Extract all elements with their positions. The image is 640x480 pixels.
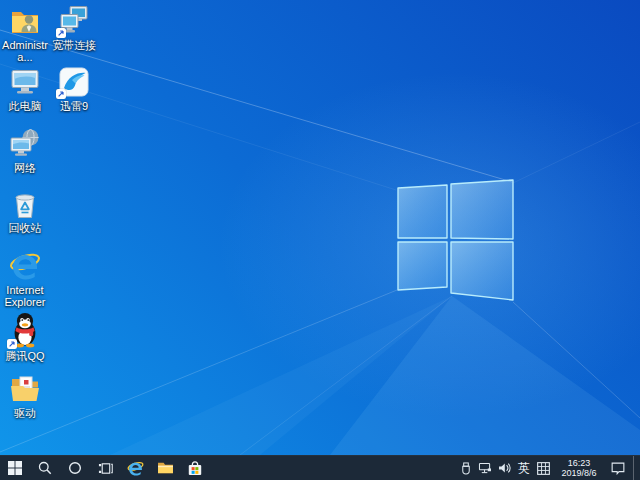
desktop-icon-driver-folder[interactable]: 驱动 xyxy=(0,373,50,419)
search-icon xyxy=(38,461,52,475)
taskbar: 英 16:23 2019/8/6 xyxy=(0,455,640,480)
usb-icon[interactable] xyxy=(459,456,473,480)
system-tray: 英 16:23 2019/8/6 xyxy=(459,456,640,480)
shortcut-arrow-icon xyxy=(56,89,66,99)
administrator-folder-icon xyxy=(9,5,41,37)
internet-explorer-icon xyxy=(9,250,41,282)
desktop-icon-internet-explorer[interactable]: Internet Explorer xyxy=(0,250,50,308)
tray-time: 16:23 xyxy=(568,458,591,469)
desktop-icon-label: 宽带连接 xyxy=(52,39,96,51)
desktop-icon-network[interactable]: 网络 xyxy=(0,128,50,174)
volume-icon[interactable] xyxy=(497,456,512,480)
shortcut-arrow-icon xyxy=(56,28,66,38)
desktop-icon-this-pc[interactable]: 此电脑 xyxy=(0,66,50,112)
desktop-icon-label: 此电脑 xyxy=(9,100,42,112)
wallpaper-windows-logo xyxy=(396,177,516,305)
broadband-connection-icon xyxy=(58,5,90,37)
network-icon[interactable] xyxy=(477,456,493,480)
xunlei-9-icon xyxy=(58,66,90,98)
desktop-icon-label: 回收站 xyxy=(9,222,42,234)
taskbar-file-explorer-button[interactable] xyxy=(150,456,180,480)
cortana-button[interactable] xyxy=(60,456,90,480)
taskbar-buttons xyxy=(0,456,210,480)
desktop-icon-xunlei[interactable]: 迅雷9 xyxy=(49,66,99,112)
taskbar-store-button[interactable] xyxy=(180,456,210,480)
desktop[interactable]: Administra... 宽带连接 xyxy=(0,0,640,455)
task-view-button[interactable] xyxy=(90,456,120,480)
this-pc-icon xyxy=(9,66,41,98)
recycle-bin-icon xyxy=(9,188,41,220)
tencent-qq-icon xyxy=(9,311,41,348)
task-view-icon xyxy=(98,461,113,476)
desktop-icon-broadband[interactable]: 宽带连接 xyxy=(49,5,99,51)
input-language-indicator[interactable]: 英 xyxy=(516,456,532,480)
shortcut-arrow-icon xyxy=(7,339,17,349)
clock[interactable]: 16:23 2019/8/6 xyxy=(555,458,603,479)
windows-logo-icon xyxy=(8,461,22,475)
start-button[interactable] xyxy=(0,456,30,480)
desktop-icon-recycle-bin[interactable]: 回收站 xyxy=(0,188,50,234)
driver-folder-icon xyxy=(9,373,41,405)
cortana-icon xyxy=(68,461,82,475)
search-button[interactable] xyxy=(30,456,60,480)
network-icon xyxy=(9,128,41,160)
desktop-icon-label: 驱动 xyxy=(14,407,36,419)
tray-date: 2019/8/6 xyxy=(561,468,596,479)
desktop-icon-qq[interactable]: 腾讯QQ xyxy=(0,311,50,362)
desktop-icon-administrator[interactable]: Administra... xyxy=(0,5,50,63)
desktop-icon-label: 腾讯QQ xyxy=(5,350,44,362)
taskbar-internet-explorer-button[interactable] xyxy=(120,456,150,480)
action-center-icon[interactable] xyxy=(607,456,629,480)
desktop-icon-label: 网络 xyxy=(14,162,36,174)
desktop-icon-label: Administra... xyxy=(0,39,50,63)
desktop-icon-label: 迅雷9 xyxy=(60,100,88,112)
microsoft-store-icon xyxy=(187,460,203,476)
desktop-icon-label: Internet Explorer xyxy=(0,284,50,308)
internet-explorer-icon xyxy=(127,460,144,477)
show-desktop-button[interactable] xyxy=(633,456,638,480)
file-explorer-icon xyxy=(157,461,174,475)
ime-mode-icon[interactable] xyxy=(536,456,551,480)
